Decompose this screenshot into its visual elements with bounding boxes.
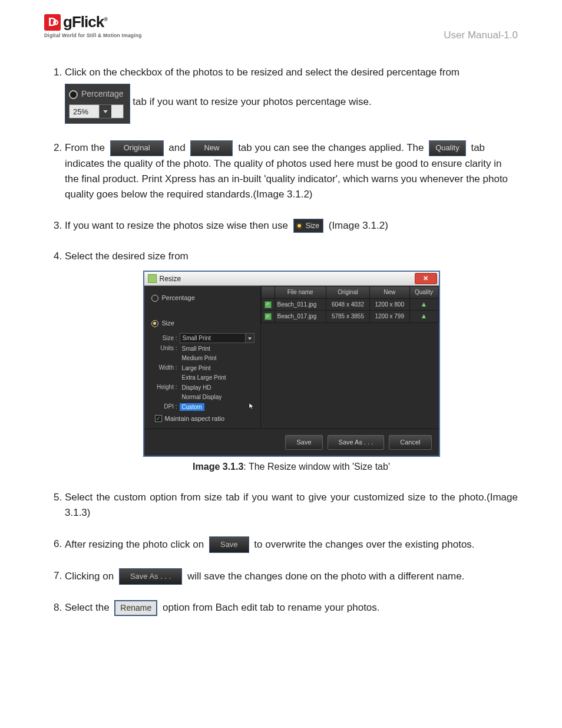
width-label: Width : (155, 363, 177, 373)
logo-tagline: Digital World for Still & Motion Imaging (44, 32, 142, 38)
percentage-radio-row[interactable]: Percentage (151, 293, 254, 303)
step-7-tail: will save the changes done on the photo … (187, 570, 464, 581)
step-6-p1: After resizing the photo click on (65, 538, 207, 549)
new-tab[interactable]: New (190, 140, 233, 156)
step-7-p1: Clicking on (65, 570, 117, 581)
step-2-p1: From the (65, 142, 108, 153)
size-radio-label: Size (162, 318, 174, 328)
percentage-value: 25% (70, 105, 99, 118)
header-version: User Manual-1.0 (444, 29, 518, 41)
size-select[interactable]: Small Print (180, 333, 254, 343)
cancel-button[interactable]: Cancel (389, 435, 431, 450)
save-as-button-inline[interactable]: Save As . . . (119, 568, 182, 585)
size-option[interactable]: Small Print (180, 345, 213, 353)
col-check[interactable] (261, 286, 275, 299)
dpi-label: DPI : (155, 402, 177, 411)
step-3-tail: (Image 3.1.2) (329, 220, 388, 231)
step-6: After resizing the photo click on Save t… (65, 536, 518, 553)
save-button[interactable]: Save (285, 435, 322, 450)
size-option[interactable]: Extra Large Print (180, 374, 229, 381)
cell-original: 6048 x 4032 (326, 298, 369, 311)
col-original[interactable]: Original (326, 286, 369, 299)
step-4: Select the desired size from Resize ✕ Pe… (65, 249, 518, 475)
percentage-label: Percentage (81, 88, 124, 101)
step-8: Select the Rename option from Bach edit … (65, 600, 518, 617)
row-checkbox-icon[interactable]: ✓ (265, 301, 272, 308)
col-quality[interactable]: Quality (409, 286, 438, 299)
quality-tab[interactable]: Quality (429, 140, 465, 156)
col-new[interactable]: New (369, 286, 409, 299)
size-select-value: Small Print (183, 334, 211, 343)
step-1-lead: Click on the checkbox of the photos to b… (65, 67, 459, 78)
resize-titlebar[interactable]: Resize ✕ (144, 272, 439, 286)
resize-title-text: Resize (160, 274, 181, 285)
step-3: If you want to resize the photos size wi… (65, 218, 518, 233)
step-2: From the Original and New tab you can se… (65, 140, 518, 203)
step-7: Clicking on Save As . . . will save the … (65, 568, 518, 585)
height-label: Height : (155, 383, 177, 392)
size-radio-row[interactable]: Size (151, 318, 254, 328)
size-radio-widget[interactable]: Size (293, 219, 323, 233)
step-1: Click on the checkbox of the photos to b… (65, 65, 518, 125)
size-radio-icon[interactable] (296, 222, 303, 229)
cell-filename: Beach_011.jpg (275, 298, 326, 311)
size-option[interactable]: Medium Print (180, 354, 219, 362)
col-filename[interactable]: File name (275, 286, 326, 299)
cursor-icon (249, 403, 256, 413)
maintain-aspect-label: Maintain aspect ratio (165, 414, 225, 424)
logo-text: gFlick® (63, 13, 107, 31)
size-radio-label: Size (306, 220, 319, 232)
radio-selected-icon[interactable] (151, 320, 158, 327)
resize-app-icon (148, 274, 157, 283)
size-option-custom[interactable]: Custom (180, 403, 204, 411)
dropdown-arrow-icon[interactable] (99, 105, 111, 118)
cell-original: 5785 x 3855 (326, 311, 369, 323)
row-checkbox-icon[interactable]: ✓ (265, 313, 272, 320)
percentage-radio-icon[interactable] (69, 90, 78, 99)
step-4-lead: Select the desired size from (65, 251, 189, 262)
logo-d-icon: D (44, 14, 61, 31)
percentage-radio-label: Percentage (162, 293, 195, 303)
logo-block: D gFlick® Digital World for Still & Moti… (44, 13, 142, 38)
step-8-tail: option from Bach edit tab to rename your… (163, 602, 380, 613)
step-6-tail: to overwrite the changes over the existi… (254, 538, 474, 549)
step-1-tail: tab if you want to resize your photos pe… (133, 97, 371, 108)
step-2-p2: tab you can see the changes applied. The (238, 142, 427, 153)
radio-unselected-icon[interactable] (151, 295, 158, 302)
checkbox-checked-icon[interactable]: ✓ (155, 415, 162, 422)
save-button-inline[interactable]: Save (209, 536, 249, 553)
dropdown-arrow-icon[interactable] (245, 334, 254, 342)
quality-ok-icon: ▲ (421, 312, 428, 320)
close-button[interactable]: ✕ (415, 273, 437, 284)
percentage-widget[interactable]: Percentage 25% (65, 84, 130, 124)
original-tab[interactable]: Original (110, 140, 164, 156)
step-2-mid: and (168, 142, 188, 153)
cell-new: 1200 x 799 (369, 311, 409, 323)
cell-new: 1200 x 800 (369, 298, 409, 311)
rename-button-inline[interactable]: Rename (114, 600, 157, 617)
size-dropdown-list[interactable]: Units :Small Print Medium Print Width :L… (155, 344, 254, 411)
step-3-p1: If you want to resize the photos size wi… (65, 220, 291, 231)
table-row[interactable]: ✓ Beach_017.jpg 5785 x 3855 1200 x 799 ▲ (261, 311, 438, 323)
percentage-combo[interactable]: 25% (69, 104, 124, 118)
save-as-button[interactable]: Save As . . . (328, 435, 385, 450)
size-option[interactable]: Display HD (180, 384, 214, 391)
step-5: Select the custom option from size tab i… (65, 490, 518, 521)
units-label: Units : (155, 344, 177, 353)
quality-ok-icon: ▲ (421, 300, 428, 308)
cell-filename: Beach_017.jpg (275, 311, 326, 323)
size-option[interactable]: Normal Display (180, 393, 224, 401)
size-field-label: Size : (155, 334, 177, 343)
table-row[interactable]: ✓ Beach_011.jpg 6048 x 4032 1200 x 800 ▲ (261, 298, 438, 311)
page-header: D gFlick® Digital World for Still & Moti… (44, 13, 518, 41)
size-option[interactable]: Large Print (180, 364, 213, 372)
resize-window: Resize ✕ Percentage Size (144, 271, 439, 456)
maintain-aspect-checkbox[interactable]: ✓ Maintain aspect ratio (155, 414, 254, 424)
step-8-p1: Select the (65, 602, 112, 613)
figure-caption: Image 3.1.3: The Resize window with 'Siz… (65, 460, 518, 475)
files-table: File name Original New Quality ✓ Beach_0… (261, 286, 439, 323)
